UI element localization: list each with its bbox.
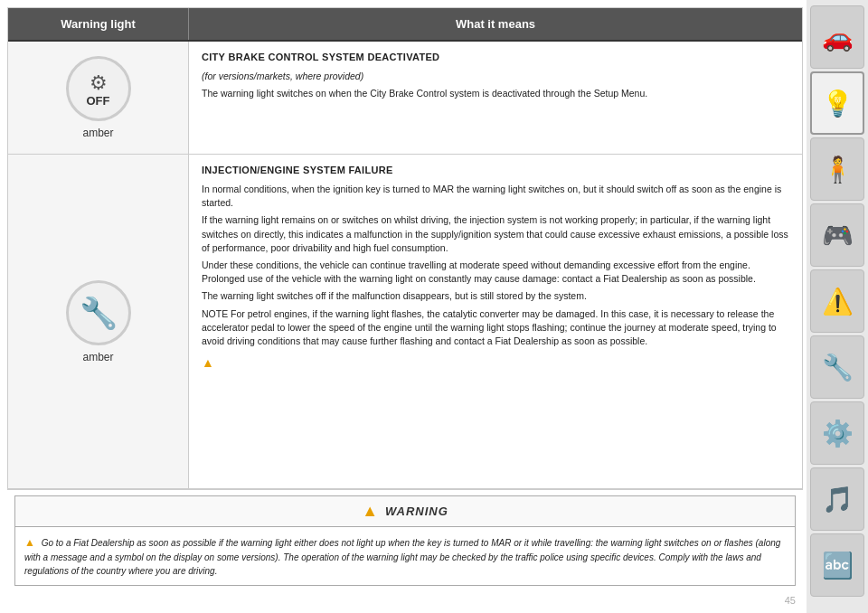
cbc-amber-label: amber <box>82 127 113 139</box>
cbc-icon: ⚙ OFF <box>87 71 110 107</box>
engine-icon-circle: 🔧 <box>66 280 131 345</box>
sidebar-item-music[interactable]: 🎵 <box>810 467 864 531</box>
engine-paragraph: If the warning light remains on or switc… <box>202 213 789 255</box>
steering-icon: 🎮 <box>822 221 854 250</box>
cbc-section-title: CITY BRAKE CONTROL SYSTEM DEACTIVATED <box>202 51 789 65</box>
cbc-subtitle: (for versions/markets, where provided) <box>202 70 789 83</box>
sidebar-item-warning-light[interactable]: 💡 <box>810 71 864 135</box>
sidebar-item-car-info[interactable]: 🚗 <box>810 5 864 69</box>
note-warn-icon: ▲ <box>202 354 214 372</box>
cbc-icon-circle: ⚙ OFF <box>66 56 131 121</box>
warning-light-icon: 💡 <box>822 89 854 118</box>
warning-icon-inline: ▲ <box>24 536 35 549</box>
col-what-it-means-header: What it means <box>189 8 802 40</box>
col-warning-light-header: Warning light <box>8 8 189 40</box>
warning-title-row: ▲ WARNING <box>15 496 795 527</box>
sidebar-item-wrench[interactable]: 🔧 <box>810 335 864 399</box>
right-sidebar: 🚗💡🧍🎮⚠️🔧⚙️🎵🔤 <box>807 0 868 613</box>
table-row-engine: 🔧 amber INJECTION/ENGINE SYSTEM FAILURE … <box>8 155 802 489</box>
page-number-area: 45 <box>7 589 803 609</box>
car-info-icon: 🚗 <box>822 23 854 52</box>
engine-icon: 🔧 <box>80 295 118 331</box>
engine-paragraph: The warning light switches off if the ma… <box>202 289 789 303</box>
wrench-icon: 🔧 <box>822 353 854 382</box>
sidebar-item-language[interactable]: 🔤 <box>810 533 864 597</box>
engine-paragraph: NOTE For petrol engines, if the warning … <box>202 307 789 349</box>
engine-paragraph: Under these conditions, the vehicle can … <box>202 259 789 286</box>
sidebar-item-settings[interactable]: ⚙️ <box>810 401 864 465</box>
sidebar-item-hazard[interactable]: ⚠️ <box>810 269 864 333</box>
cell-icon-engine: 🔧 amber <box>8 155 189 488</box>
engine-paragraph: In normal conditions, when the ignition … <box>202 183 789 210</box>
table-header: Warning light What it means <box>8 8 802 42</box>
cell-icon-cbc: ⚙ OFF amber <box>8 42 189 154</box>
page-number: 45 <box>785 595 796 606</box>
cell-text-engine: INJECTION/ENGINE SYSTEM FAILURE In norma… <box>189 155 802 488</box>
note-row: ▲ <box>202 354 789 372</box>
language-icon: 🔤 <box>822 551 854 580</box>
off-text: OFF <box>87 95 110 107</box>
sidebar-item-person[interactable]: 🧍 <box>810 137 864 201</box>
sidebar-item-steering[interactable]: 🎮 <box>810 203 864 267</box>
engine-paragraphs: In normal conditions, when the ignition … <box>202 183 789 348</box>
settings-icon: ⚙️ <box>822 419 854 448</box>
warning-triangle-icon: ▲ <box>362 502 378 521</box>
engine-section-title: INJECTION/ENGINE SYSTEM FAILURE <box>202 164 789 178</box>
table-row-cbc: ⚙ OFF amber CITY BRAKE CONTROL SYSTEM DE… <box>8 42 802 155</box>
warning-box: ▲ WARNING ▲ Go to a Fiat Dealership as s… <box>14 495 796 586</box>
engine-amber-label: amber <box>82 351 113 363</box>
hazard-icon: ⚠️ <box>822 287 854 316</box>
person-icon: 🧍 <box>822 155 854 184</box>
music-icon: 🎵 <box>822 485 854 514</box>
warning-body: ▲ Go to a Fiat Dealership as soon as pos… <box>15 527 795 585</box>
warning-title: WARNING <box>385 505 448 518</box>
cbc-body: The warning light switches on when the C… <box>202 87 789 100</box>
warning-body-text: Go to a Fiat Dealership as soon as possi… <box>24 538 780 576</box>
table-body: ⚙ OFF amber CITY BRAKE CONTROL SYSTEM DE… <box>8 42 802 489</box>
cell-text-cbc: CITY BRAKE CONTROL SYSTEM DEACTIVATED (f… <box>189 42 802 154</box>
